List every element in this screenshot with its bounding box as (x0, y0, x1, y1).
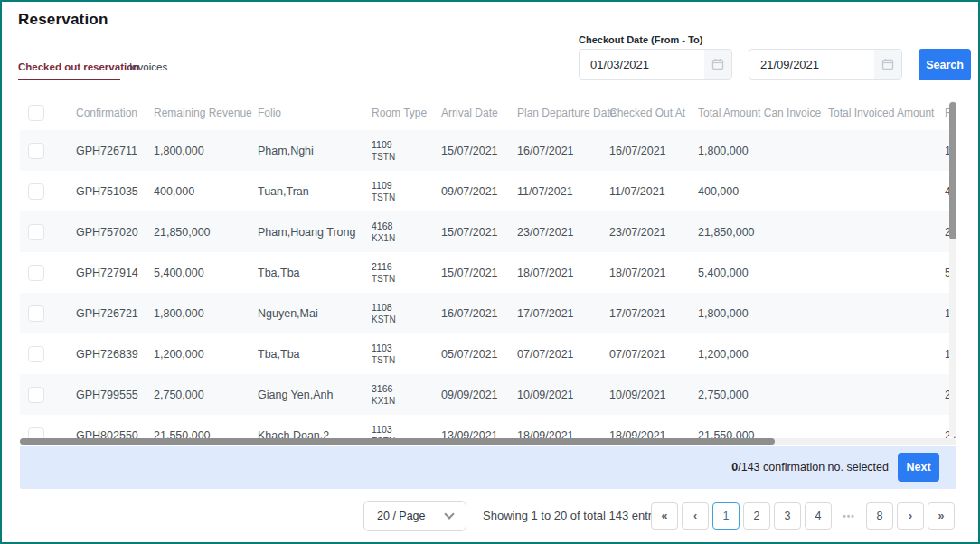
vertical-scrollbar[interactable] (949, 101, 956, 437)
cell-room_type: 1109TSTN (372, 171, 441, 211)
column-header-folio: Folio (258, 96, 372, 130)
row-checkbox[interactable] (28, 143, 44, 159)
page-ellipsis: ••• (835, 502, 862, 530)
cell-confirmation: GPH757020 (76, 211, 154, 252)
cell-checked_out_at: 16/07/2021 (609, 130, 698, 171)
cell-total_invoiced_amount (828, 333, 945, 374)
cell-room_type: 2116TSTN (372, 252, 441, 293)
cell-folio: Pham,Hoang Trong (258, 211, 372, 252)
column-header-checked_out_at: Checked Out At (609, 96, 698, 130)
page-button-3[interactable]: 3 (774, 502, 801, 530)
page-button-8[interactable]: 8 (866, 502, 893, 530)
column-header-remaining_revenue: Remaining Revenue (154, 96, 258, 130)
cell-remaining_revenue: 1,800,000 (154, 130, 258, 171)
cell-plan_departure_date: 18/09/2021 (517, 415, 609, 438)
cell-total_amount_can_invoice: 1,800,000 (698, 293, 828, 333)
reservation-table: ConfirmationRemaining RevenueFolioRoom T… (20, 96, 956, 438)
cell-total_invoiced_amount (828, 130, 945, 171)
column-header-confirmation: Confirmation (76, 96, 154, 130)
table-row: GPH7268391,200,000Tba,Tba1103TSTN05/07/2… (20, 333, 956, 374)
cell-plan_departure_date: 23/07/2021 (517, 211, 609, 252)
horizontal-scrollbar-thumb[interactable] (20, 438, 775, 445)
chevron-down-icon (444, 509, 454, 519)
reservation-page: Reservation Checkout Date (From - To) 01… (0, 0, 980, 544)
cell-total_amount_can_invoice: 1,200,000 (698, 333, 828, 374)
table-row: GPH7279145,400,000Tba,Tba2116TSTN15/07/2… (20, 252, 956, 293)
cell-arrival_date: 09/07/2021 (441, 171, 517, 211)
vertical-scrollbar-thumb[interactable] (949, 102, 956, 239)
search-button[interactable]: Search (919, 49, 971, 80)
cell-confirmation: GPH727914 (76, 252, 154, 293)
table-row: GPH751035400,000Tuan,Tran1109TSTN09/07/2… (20, 171, 956, 211)
cell-folio: Giang Yen,Anh (258, 374, 372, 415)
next-page-button[interactable]: › (897, 502, 924, 530)
selection-bar: 0/143 confirmation no. selected Next (20, 446, 956, 489)
checkout-date-label: Checkout Date (From - To) (579, 34, 702, 45)
cell-total_invoiced_amount (828, 171, 945, 211)
cell-arrival_date: 15/07/2021 (441, 211, 517, 252)
page-size-select[interactable]: 20 / Page (363, 501, 466, 531)
cell-remaining_revenue: 1,800,000 (154, 293, 258, 333)
cell-folio: Nguyen,Mai (258, 293, 372, 333)
row-checkbox[interactable] (28, 427, 44, 439)
cell-total_amount_can_invoice: 21,850,000 (698, 211, 828, 252)
pagination: «‹1234•••8›» (651, 502, 955, 530)
cell-remaining_revenue: 2,750,000 (154, 374, 258, 415)
tab-checked-out-reservation[interactable]: Checked out reservation (18, 61, 139, 78)
cell-total_amount_can_invoice: 400,000 (698, 171, 828, 211)
horizontal-scrollbar[interactable] (20, 438, 956, 445)
select-all-header (20, 96, 76, 130)
calendar-icon[interactable] (704, 50, 731, 79)
pagination-summary: Showing 1 to 20 of total 143 entries (483, 509, 667, 522)
page-button-4[interactable]: 4 (805, 502, 832, 530)
cell-room_type: 1109TSTN (372, 130, 441, 171)
cell-remaining_revenue: 21,550,000 (154, 415, 258, 438)
cell-remaining_revenue: 400,000 (154, 171, 258, 211)
first-page-button[interactable]: « (651, 502, 678, 530)
date-from-input[interactable]: 01/03/2021 (579, 49, 732, 80)
cell-total_amount_can_invoice: 2,750,000 (698, 374, 828, 415)
cell-folio: Tba,Tba (258, 333, 372, 374)
cell-arrival_date: 15/07/2021 (441, 252, 517, 293)
select-all-checkbox[interactable] (28, 105, 44, 121)
row-checkbox-cell (20, 252, 76, 293)
cell-total_invoiced_amount (828, 374, 945, 415)
table-row: GPH7995552,750,000Giang Yen,Anh3166KX1N0… (20, 374, 956, 415)
row-checkbox[interactable] (28, 183, 44, 200)
last-page-button[interactable]: » (928, 502, 955, 530)
row-checkbox-cell (20, 293, 76, 333)
next-button[interactable]: Next (898, 453, 939, 482)
cell-folio: Khach Doan,2 (258, 415, 372, 438)
cell-checked_out_at: 07/07/2021 (609, 333, 698, 374)
tab-invoices[interactable]: Invoices (129, 61, 167, 72)
page-button-1[interactable]: 1 (712, 502, 740, 530)
row-checkbox[interactable] (28, 224, 44, 240)
row-checkbox[interactable] (28, 305, 44, 322)
cell-confirmation: GPH751035 (76, 171, 154, 211)
calendar-icon[interactable] (874, 50, 901, 79)
date-to-input[interactable]: 21/09/2021 (749, 49, 902, 80)
row-checkbox[interactable] (28, 387, 44, 403)
cell-remaining_revenue: 1,200,000 (154, 333, 258, 374)
prev-page-button[interactable]: ‹ (682, 502, 709, 530)
cell-arrival_date: 13/09/2021 (441, 415, 517, 438)
cell-total_invoiced_amount (828, 293, 945, 333)
date-from-value: 01/03/2021 (580, 58, 704, 71)
cell-total_amount_can_invoice: 1,800,000 (698, 130, 828, 171)
cell-total_amount_can_invoice: 5,400,000 (698, 252, 828, 293)
cell-plan_departure_date: 11/07/2021 (517, 171, 609, 211)
column-header-total_invoiced_amount: Total Invoiced Amount (828, 96, 945, 130)
page-button-2[interactable]: 2 (743, 502, 770, 530)
cell-folio: Tuan,Tran (258, 171, 372, 211)
row-checkbox-cell (20, 130, 76, 171)
row-checkbox[interactable] (28, 265, 44, 281)
cell-plan_departure_date: 07/07/2021 (517, 333, 609, 374)
cell-room_type: 4168KX1N (372, 211, 441, 252)
cell-plan_departure_date: 16/07/2021 (517, 130, 609, 171)
column-header-plan_departure_date: Plan Departure Date (517, 96, 609, 130)
row-checkbox[interactable] (28, 346, 44, 362)
cell-total_invoiced_amount (828, 415, 945, 438)
cell-confirmation: GPH726721 (76, 293, 154, 333)
cell-folio: Tba,Tba (258, 252, 372, 293)
cell-remaining_revenue: 5,400,000 (154, 252, 258, 293)
